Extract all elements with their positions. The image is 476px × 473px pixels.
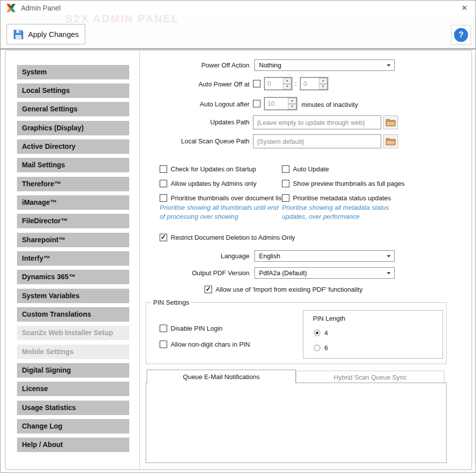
spin-up-icon[interactable]: ▲ <box>288 98 296 104</box>
folder-icon <box>386 137 396 145</box>
spin-up-icon[interactable]: ▲ <box>283 78 291 84</box>
checkbox-box <box>282 194 289 202</box>
auto-power-off-label: Auto Power Off at <box>145 80 249 88</box>
sidebar-item-license[interactable]: License <box>17 382 129 396</box>
sidebar-item-usage-statistics[interactable]: Usage Statistics <box>17 401 129 415</box>
updates-path-browse-button[interactable] <box>383 115 398 129</box>
prioritise-metadata-checkbox[interactable]: Prioritise metadata status updates <box>282 194 391 202</box>
show-preview-thumbnails-checkbox[interactable]: Show preview thumbnails as full pages <box>282 180 405 187</box>
allow-updates-admins-checkbox[interactable]: Allow updates by Admins only <box>160 180 256 187</box>
sidebar-item-general-settings[interactable]: General Settings <box>17 102 129 116</box>
spin-down-icon[interactable]: ▼ <box>288 104 296 110</box>
checkbox-label: Allow use of 'Import from existing PDF' … <box>216 286 363 293</box>
output-pdf-value: PdfA2a (Default) <box>259 269 307 277</box>
output-pdf-dropdown[interactable]: PdfA2a (Default) <box>254 267 395 279</box>
radio-button-icon <box>314 345 320 351</box>
checkbox-label: Allow updates by Admins only <box>171 180 256 187</box>
checkbox-box <box>160 165 167 173</box>
pin-length-4-radio[interactable]: 4 <box>314 329 328 337</box>
pin-settings-title: PIN Settings <box>151 299 191 306</box>
auto-power-off-minutes-spinner[interactable]: 0 ▲▼ <box>300 77 328 90</box>
sidebar-item-digital-signing[interactable]: Digital Signing <box>17 363 129 378</box>
sidebar-item-scan2x-web-installer-setup: Scan2x Web Installer Setup <box>17 326 129 340</box>
auto-power-off-hours-spinner[interactable]: 0 ▲▼ <box>264 77 292 90</box>
apply-changes-label: Apply Changes <box>28 30 79 38</box>
help-icon: ? <box>454 28 468 42</box>
sidebar-item-sharepoint[interactable]: Sharepoint™ <box>17 233 129 247</box>
prioritise-thumbnails-checkbox[interactable]: Prioritise thumbnails over document list <box>160 194 283 202</box>
auto-logout-checkbox[interactable] <box>253 100 260 107</box>
updates-path-input[interactable] <box>253 115 381 129</box>
spin-up-icon[interactable]: ▲ <box>319 78 327 84</box>
allow-import-pdf-checkbox[interactable]: Allow use of 'Import from existing PDF' … <box>205 286 363 293</box>
checkbox-label: Prioritise metadata status updates <box>293 194 391 202</box>
checkbox-label: Disable PIN Login <box>171 325 223 332</box>
apply-changes-button[interactable]: Apply Changes <box>6 24 85 44</box>
tab-hybrid-scan-queue-sync[interactable]: Hybrid Scan Queue Sync <box>296 371 445 383</box>
auto-update-checkbox[interactable]: Auto Update <box>282 165 329 173</box>
spin-down-icon[interactable]: ▼ <box>319 84 327 90</box>
auto-logout-suffix: minutes of inactivity <box>301 101 358 108</box>
checkbox-label: Prioritise thumbnails over document list <box>171 194 283 202</box>
checkbox-box <box>160 325 167 332</box>
close-icon[interactable]: ✕ <box>461 3 468 12</box>
local-scan-queue-path-input[interactable] <box>253 134 381 148</box>
restrict-deletion-checkbox[interactable]: Restrict Document Deletion to Admins Onl… <box>160 234 295 241</box>
time-colon: : <box>295 80 297 87</box>
metadata-hint-text: Prioritise showing all metadata status u… <box>282 203 412 221</box>
checkbox-box <box>160 180 167 187</box>
checkbox-label: Restrict Document Deletion to Admins Onl… <box>171 234 295 241</box>
help-button[interactable]: ? <box>451 25 471 45</box>
disable-pin-login-checkbox[interactable]: Disable PIN Login <box>160 325 223 332</box>
sidebar-divider <box>139 50 140 470</box>
auto-logout-minutes-spinner[interactable]: 10 ▲▼ <box>264 97 297 110</box>
sidebar-item-mail-settings[interactable]: Mail Settings <box>17 158 129 172</box>
allow-non-digit-pin-checkbox[interactable]: Allow non-digit chars in PIN <box>160 341 250 348</box>
radio-label: 6 <box>324 344 328 352</box>
sidebar-item-active-directory[interactable]: Active Directory <box>17 139 129 154</box>
chevron-down-icon <box>387 255 391 257</box>
checkbox-box <box>160 341 167 348</box>
checkbox-box <box>160 234 167 241</box>
notifications-tab-panel <box>146 383 447 463</box>
radio-label: 4 <box>324 329 328 337</box>
tab-queue-email-notifications[interactable]: Queue E-Mail Notifications <box>147 370 296 383</box>
checkbox-label: Check for Updates on Startup <box>171 165 256 173</box>
local-scan-queue-path-label: Local Scan Queue Path <box>145 137 249 145</box>
sidebar-item-system[interactable]: System <box>17 65 129 79</box>
scan-queue-path-browse-button[interactable] <box>383 134 398 148</box>
pin-length-6-radio[interactable]: 6 <box>314 344 328 352</box>
hours-value: 0 <box>265 78 283 89</box>
sidebar-item-dynamics-365[interactable]: Dynamics 365™ <box>17 270 129 284</box>
check-updates-startup-checkbox[interactable]: Check for Updates on Startup <box>160 165 256 173</box>
chevron-down-icon <box>387 64 391 66</box>
sidebar-item-help-about[interactable]: Help / About <box>17 438 129 452</box>
minutes-value: 0 <box>301 78 319 89</box>
tab-label: Hybrid Scan Queue Sync <box>334 374 407 381</box>
power-off-action-dropdown[interactable]: Nothing <box>254 59 395 71</box>
checkbox-box <box>282 165 289 173</box>
sidebar-item-system-variables[interactable]: System Variables <box>17 289 129 303</box>
output-pdf-label: Output PDF Version <box>145 269 249 277</box>
checkbox-box <box>205 286 212 293</box>
chevron-down-icon <box>387 272 391 274</box>
sidebar-item-interfy[interactable]: Interfy™ <box>17 251 129 266</box>
sidebar-item-filedirector[interactable]: FileDirector™ <box>17 214 129 228</box>
sidebar-item-custom-translations[interactable]: Custom Translations <box>17 307 129 322</box>
sidebar-item-therefore[interactable]: Therefore™ <box>17 177 129 191</box>
save-icon <box>13 29 24 40</box>
app-logo-icon <box>5 2 16 13</box>
auto-power-off-checkbox[interactable] <box>253 80 260 87</box>
admin-panel-window: Admin Panel ✕ S2X ADMIN PANEL Apply Chan… <box>0 0 476 473</box>
sidebar-item-graphics-display[interactable]: Graphics (Display) <box>17 121 129 135</box>
spin-down-icon[interactable]: ▼ <box>283 84 291 90</box>
tab-label: Queue E-Mail Notifications <box>183 373 260 381</box>
checkbox-label: Allow non-digit chars in PIN <box>171 341 250 348</box>
sidebar-item-local-settings[interactable]: Local Settings <box>17 83 129 98</box>
sidebar-item-imanage[interactable]: iManage™ <box>17 195 129 210</box>
sidebar-item-mobile-settings: Mobile Settings <box>17 345 129 359</box>
language-dropdown[interactable]: English <box>254 250 395 262</box>
pin-length-title: PIN Length <box>313 315 345 322</box>
sidebar-item-change-log[interactable]: Change Log <box>17 419 129 434</box>
power-off-action-value: Nothing <box>259 61 281 69</box>
